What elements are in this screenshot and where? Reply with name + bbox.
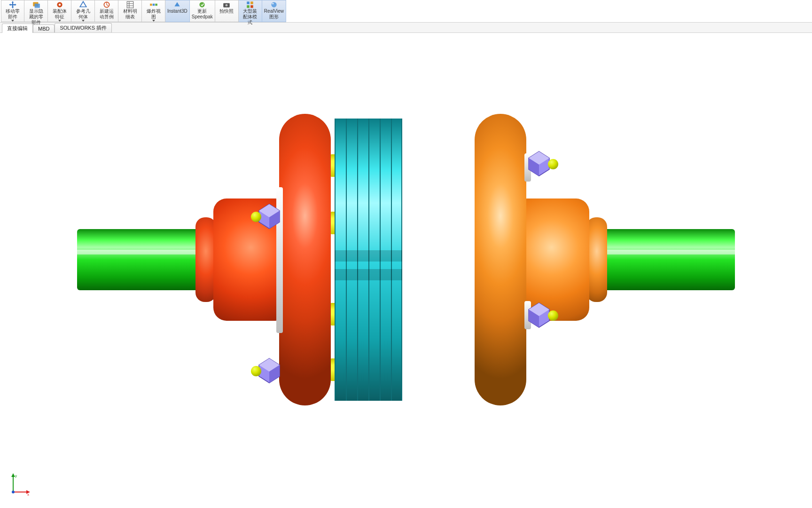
ribbon-label: 式 [248,20,252,25]
ribbon-label: 材料明 [123,8,137,14]
svg-rect-1 [34,4,39,8]
graphics-viewport[interactable]: y x [0,34,812,508]
ribbon-label: 图 [151,14,156,20]
right-flange [475,114,526,405]
flex-disc [357,119,368,401]
hub-step [586,217,607,302]
svg-rect-13 [250,1,253,4]
visibility-icon [32,1,40,8]
svg-rect-8 [155,4,157,6]
svg-rect-15 [250,5,253,8]
motion-icon [102,1,111,8]
ribbon-bom[interactable]: 材料明 细表 [118,0,142,22]
ribbon-label: 图形 [269,14,279,20]
ribbon-large-assembly[interactable]: 大型装 配体模 式 [239,0,262,22]
move-icon [8,1,17,8]
disc-coupling-assembly [77,100,735,420]
ribbon-label: 更新 [197,8,207,14]
ribbon-reference-geometry[interactable]: 参考几 何体 [71,0,95,22]
large-asm-icon [246,1,254,8]
flex-disc [380,119,391,401]
ribbon-label: 参考几 [76,8,90,14]
ref-geom-icon [79,1,87,8]
exploded-icon [149,1,158,8]
bom-icon [126,1,134,8]
ribbon-exploded-view[interactable]: 爆炸视 图 [142,0,165,22]
ribbon-label: 部件 [8,14,17,20]
ribbon-label: 大型装 [243,8,257,14]
ribbon-new-motion-study[interactable]: 新建运 动算例 [95,0,118,22]
ribbon-update-speedpak[interactable]: 更新 Speedpak [190,0,215,22]
speedpak-icon [198,1,206,8]
assembly-feature-icon [55,1,64,8]
chevron-down-icon [58,20,61,22]
ribbon-label: 装配体 [53,8,67,14]
flex-disc [335,119,346,401]
ribbon-realview[interactable]: RealView 图形 [262,0,286,22]
ribbon-label: 显示隐 [29,8,43,14]
svg-point-49 [12,491,15,493]
bolt-tip [251,212,261,222]
disc-pack [335,119,402,401]
chevron-down-icon [152,20,155,22]
axis-label-x: x [27,492,29,496]
command-ribbon: 移动零 部件 显示隐 藏的零 部件 装配体 特征 参考几 何体 新建运 动算例 … [0,0,812,23]
svg-point-17 [272,3,274,4]
flex-disc [391,119,402,401]
ribbon-label: 细表 [125,14,135,20]
ribbon-assembly-features[interactable]: 装配体 特征 [48,0,71,22]
axis-label-y: y [15,474,17,478]
ribbon-label: 爆炸视 [147,8,161,14]
ribbon-label: RealView [264,8,284,14]
ribbon-label: 动算例 [100,14,114,20]
command-manager-tabs: 直接编辑 MBD SOLIDWORKS 插件 [0,23,812,33]
ribbon-label: 特征 [55,14,64,20]
ribbon-label: 新建运 [100,8,114,14]
chevron-down-icon [82,20,85,22]
ribbon-label: 移动零 [6,8,20,14]
ribbon-move-component[interactable]: 移动零 部件 [1,0,24,22]
flex-disc [368,119,380,401]
tab-solidworks-addins[interactable]: SOLIDWORKS 插件 [55,23,112,32]
svg-rect-5 [127,1,133,8]
ribbon-snapshot[interactable]: 拍快照 [215,0,239,22]
tab-mbd[interactable]: MBD [33,24,55,32]
svg-point-11 [226,4,228,7]
svg-rect-7 [152,4,155,6]
tab-label: MBD [38,26,49,32]
realview-icon [270,1,278,8]
view-triad[interactable]: y x [9,472,31,496]
left-flange [279,114,331,405]
svg-point-16 [271,2,276,7]
ribbon-label: Speedpak [192,14,213,20]
svg-rect-12 [247,1,250,4]
ribbon-label: 藏的零 [29,14,43,20]
hex-nut [527,151,551,177]
tab-label: 直接编辑 [7,25,28,31]
svg-point-3 [58,4,61,6]
svg-point-9 [200,2,205,7]
bolt-tip [548,159,558,169]
tab-direct-edit[interactable]: 直接编辑 [2,24,33,33]
ribbon-label: 拍快照 [219,8,234,14]
flex-disc [346,119,357,401]
svg-marker-46 [11,473,15,477]
ribbon-label: 何体 [78,14,88,20]
svg-rect-14 [247,5,250,8]
chevron-down-icon [11,20,14,22]
bolt-tip [548,310,558,321]
ribbon-label: 配体模 [243,14,257,20]
ribbon-label: Instant3D [167,8,187,14]
camera-icon [222,1,231,8]
ribbon-show-hidden[interactable]: 显示隐 藏的零 部件 [24,0,48,22]
ribbon-instant3d[interactable]: Instant3D [165,0,190,22]
svg-rect-6 [150,4,152,6]
tab-label: SOLIDWORKS 插件 [60,25,107,31]
instant3d-icon [173,1,181,8]
hex-nut [527,302,551,328]
bolt-tip [251,366,261,376]
